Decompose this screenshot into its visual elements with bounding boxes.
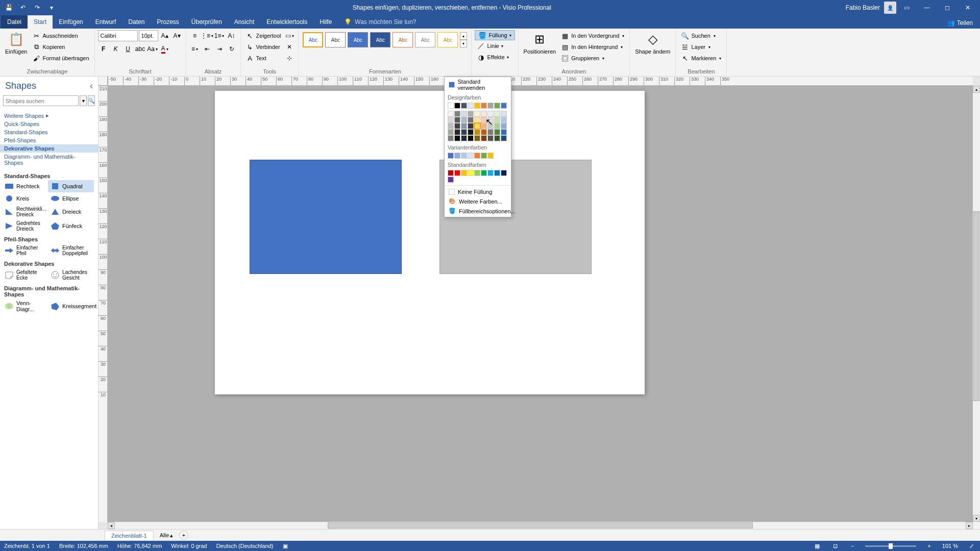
status-lang[interactable]: Deutsch (Deutschland) [216,543,274,549]
color-swatch[interactable] [448,111,454,117]
cat-diagram[interactable]: Diagramm- und Mathematik-Shapes [0,153,98,167]
shape-smiley[interactable]: Lachendes Gesicht [48,268,94,282]
effects-button[interactable]: ◑Effekte▾ [475,52,514,63]
style-swatch-1[interactable]: Abc [303,32,323,47]
zoom-slider[interactable] [865,545,916,547]
color-swatch[interactable] [461,123,467,129]
tab-prozess[interactable]: Prozess [151,15,185,29]
tab-einfuegen[interactable]: Einfügen [53,15,89,29]
strikethrough-icon[interactable]: abc [135,43,146,55]
color-swatch[interactable] [487,123,494,129]
shapes-search-input[interactable] [3,95,79,106]
bold-icon[interactable]: F [98,43,109,55]
color-swatch[interactable] [448,129,454,135]
delete-tool-icon[interactable]: ✕ [284,41,295,53]
tab-hilfe[interactable]: Hilfe [313,15,338,29]
color-swatch[interactable] [454,153,460,159]
shape-ellipse[interactable]: Ellipse [48,192,94,205]
sheet-filter[interactable]: Alle▴ [156,531,177,540]
color-swatch[interactable] [461,153,467,159]
color-swatch[interactable] [468,117,474,123]
color-swatch[interactable] [481,123,487,129]
color-swatch[interactable] [487,111,494,117]
color-swatch[interactable] [468,170,474,176]
align-left-icon[interactable]: ≡ [189,43,201,55]
fill-button[interactable]: 🪣Füllung▾ [475,30,514,40]
shape-triangle[interactable]: Dreieck [48,205,94,219]
color-swatch[interactable] [487,153,494,159]
layer-button[interactable]: ☱Layer [679,41,723,53]
rectangle-tool-icon[interactable]: ▭ [284,30,295,41]
shape-arrow[interactable]: Einfacher Pfeil [2,243,48,258]
font-name-input[interactable] [98,30,138,41]
color-swatch[interactable] [448,170,454,176]
color-swatch[interactable] [481,111,487,117]
text-direction-icon[interactable]: A↕ [226,30,237,41]
zoom-in-icon[interactable]: + [925,543,933,549]
color-swatch[interactable] [474,103,480,109]
scroll-left-icon[interactable]: ◂ [108,522,115,529]
more-shapes-link[interactable]: Weitere Shapes▸ [0,111,98,120]
numbering-icon[interactable]: 1≡ [214,30,225,41]
maximize-icon[interactable]: ◻ [937,0,958,15]
color-swatch[interactable] [494,135,500,141]
fit-page-icon[interactable]: ⊡ [831,543,840,549]
scrollbar-horizontal[interactable]: ◂ ▸ [108,522,973,529]
color-swatch[interactable] [461,103,467,109]
gallery-more[interactable]: ▴▾ [460,32,467,47]
color-swatch[interactable] [454,123,460,129]
tab-datei[interactable]: Datei [1,15,28,29]
color-swatch[interactable] [454,129,460,135]
shape-kreis[interactable]: Kreis [2,192,48,205]
shape-blue-rect[interactable] [250,160,402,274]
color-swatch[interactable] [454,135,460,141]
color-swatch[interactable] [494,111,500,117]
color-swatch[interactable] [448,123,454,129]
color-swatch[interactable] [501,117,507,123]
format-painter-button[interactable]: 🖌Format übertragen [30,53,91,64]
color-swatch[interactable] [501,135,507,141]
shape-rechteck[interactable]: Rechteck [2,180,48,192]
color-swatch[interactable] [501,129,507,135]
fill-options-item[interactable]: 🪣Füllbereichsoptionen... [445,206,511,216]
select-button[interactable]: ↖Markieren [679,53,723,64]
color-swatch[interactable] [461,135,467,141]
position-button[interactable]: ⊞ Positionieren [522,30,558,56]
indent-increase-icon[interactable]: ⇥ [214,43,225,55]
color-swatch[interactable] [481,135,487,141]
color-swatch[interactable] [474,153,480,159]
color-swatch[interactable] [468,153,474,159]
paste-button[interactable]: 📋 Einfügen [3,30,29,56]
tab-daten[interactable]: Daten [122,15,151,29]
user-area[interactable]: Fabio Basler 👤 [846,2,896,14]
shape-quadrat[interactable]: Quadrat [48,180,94,192]
shape-right-triangle[interactable]: Rechtwinkli... Dreieck [2,205,48,219]
fit-window-icon[interactable]: ⤢ [967,543,976,549]
color-swatch[interactable] [448,117,454,123]
bring-front-button[interactable]: ▦In den Vordergrund [559,30,626,41]
color-swatch[interactable] [468,111,474,117]
shrink-font-icon[interactable]: A▾ [172,30,183,41]
align-top-icon[interactable]: ≡ [189,30,201,41]
sheet-tab-1[interactable]: Zeichenblatt-1 [105,531,154,540]
color-swatch[interactable] [481,129,487,135]
change-case-icon[interactable]: Aa [147,43,158,55]
more-colors-item[interactable]: 🎨Weitere Farben... [445,196,511,206]
cat-deco[interactable]: Dekorative Shapes [0,144,98,153]
color-swatch[interactable] [461,117,467,123]
save-icon[interactable]: 💾 [2,2,15,14]
tab-ansicht[interactable]: Ansicht [228,15,260,29]
share-button[interactable]: 👥 Teilen [941,17,979,29]
pointer-tool-button[interactable]: ↖Zeigertool [244,30,283,41]
italic-icon[interactable]: K [110,43,121,55]
color-swatch[interactable] [448,153,454,159]
color-swatch[interactable] [494,170,500,176]
color-swatch[interactable] [474,111,480,117]
presentation-mode-icon[interactable]: ▦ [813,543,822,549]
indent-decrease-icon[interactable]: ⇤ [202,43,213,55]
color-swatch[interactable] [448,177,454,183]
color-swatch[interactable] [494,129,500,135]
tell-me[interactable]: 💡 Was möchten Sie tun? [338,15,422,29]
connection-point-icon[interactable]: ⊹ [284,53,295,64]
cat-standard[interactable]: Standard-Shapes [0,128,98,136]
